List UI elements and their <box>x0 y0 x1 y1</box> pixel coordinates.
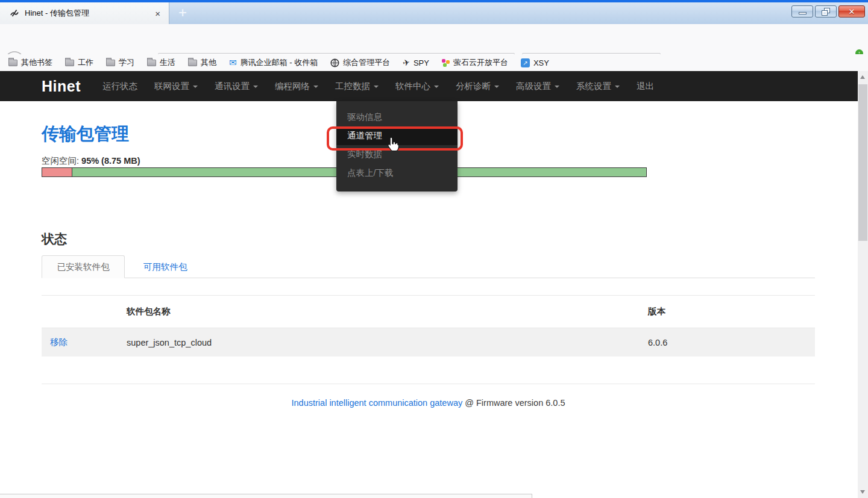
package-version-cell: 6.0.6 <box>648 338 815 347</box>
table-header-row: 软件包名称 版本 <box>42 295 815 328</box>
caret-down-icon <box>615 86 620 88</box>
vertical-scrollbar[interactable] <box>858 71 868 498</box>
plane-icon: ✈ <box>402 57 411 68</box>
bookmark-item[interactable]: ✉腾讯企业邮箱 - 收件箱 <box>229 57 318 68</box>
caret-down-icon <box>494 86 499 88</box>
caret-down-icon <box>193 86 198 88</box>
mail-icon: ✉ <box>229 57 237 68</box>
divider <box>42 384 815 384</box>
nav-item-comm-settings[interactable]: 通讯设置 <box>215 81 258 92</box>
bookmark-item[interactable]: 综合管理平台 <box>330 57 390 68</box>
folder-icon <box>106 60 115 66</box>
new-tab-button[interactable]: + <box>174 4 192 23</box>
package-tabs: 已安装软件包 可用软件包 <box>42 255 815 278</box>
restore-icon <box>822 8 829 15</box>
bookmark-folder[interactable]: 其他书签 <box>8 57 52 68</box>
bookmark-folder[interactable]: 其他 <box>188 57 216 68</box>
tab-title: Hinet - 传输包管理 <box>25 8 153 19</box>
site-logo[interactable]: Hinet <box>42 78 81 95</box>
caret-down-icon <box>374 86 379 88</box>
mouse-pointer-icon <box>386 136 401 154</box>
nav-item-analysis-diagnosis[interactable]: 分析诊断 <box>456 81 499 92</box>
table-row: 移除 super_json_tcp_cloud 6.0.6 <box>42 328 815 356</box>
status-heading: 状态 <box>42 231 67 247</box>
status-popup-sliver <box>0 494 532 498</box>
nav-item-logout[interactable]: 退出 <box>637 81 654 92</box>
close-button[interactable]: ✕ <box>838 5 865 17</box>
favicon <box>10 8 19 18</box>
bookmark-item[interactable]: ✈SPY <box>403 58 429 67</box>
screen: Hinet - 传输包管理 × + ✕ <box>0 0 868 498</box>
menu-item-driver-info[interactable]: 驱动信息 <box>336 108 458 126</box>
remove-link[interactable]: 移除 <box>50 337 68 347</box>
nav-item-software-center[interactable]: 软件中心 <box>395 81 439 92</box>
ezviz-icon <box>442 59 450 67</box>
col-package-name: 软件包名称 <box>127 306 648 317</box>
bookmark-folder[interactable]: 学习 <box>106 57 134 68</box>
browser-toolbar: 192.168.9.99/cgi-bin/luci/;stok=489fe39e… <box>0 24 868 54</box>
bookmark-folder[interactable]: 工作 <box>65 57 93 68</box>
package-table: 软件包名称 版本 移除 super_json_tcp_cloud 6.0.6 <box>42 295 815 356</box>
folder-icon <box>188 60 197 66</box>
page-title: 传输包管理 <box>42 122 129 146</box>
nav-item-industrial-data[interactable]: 工控数据 <box>335 81 379 92</box>
globe-icon <box>330 58 339 67</box>
footer-text: @ Firmware version 6.0.5 <box>465 398 565 408</box>
nav-item-network-settings[interactable]: 联网设置 <box>154 81 198 92</box>
scroll-down-icon[interactable] <box>860 490 865 494</box>
tab-close-icon[interactable]: × <box>153 8 163 19</box>
free-space-text: 空闲空间: 95% (8.75 MB) <box>42 155 140 167</box>
site-nav-items: 运行状态 联网设置 通讯设置 编程网络 工控数据 软件中心 分析诊断 高级设置 … <box>102 71 654 101</box>
folder-icon <box>147 60 156 66</box>
free-space-value: 95% (8.75 MB) <box>81 156 140 166</box>
restore-button[interactable] <box>815 5 837 17</box>
menu-item-point-table[interactable]: 点表上/下载 <box>336 164 458 182</box>
browser-tab-strip: Hinet - 传输包管理 × + ✕ <box>0 2 868 24</box>
scroll-up-icon[interactable] <box>860 75 865 79</box>
caret-down-icon <box>434 86 439 88</box>
scrollbar-thumb[interactable] <box>858 84 867 241</box>
nav-item-advanced-settings[interactable]: 高级设置 <box>516 81 559 92</box>
folder-icon <box>8 60 17 66</box>
xsy-icon: ↗ <box>521 58 530 67</box>
bookmark-item[interactable]: ↗XSY <box>521 58 549 67</box>
bookmark-item[interactable]: 萤石云开放平台 <box>442 57 508 68</box>
nav-item-programming-network[interactable]: 编程网络 <box>275 81 318 92</box>
page-footer: Industrial intelligent communication gat… <box>42 398 815 408</box>
nav-item-system-settings[interactable]: 系统设置 <box>576 81 620 92</box>
minimize-icon <box>799 12 807 14</box>
tab-installed-packages[interactable]: 已安装软件包 <box>42 255 125 278</box>
progress-used-segment <box>42 168 72 176</box>
minimize-button[interactable] <box>791 5 813 17</box>
nav-item-running-status[interactable]: 运行状态 <box>102 81 137 92</box>
browser-tab[interactable]: Hinet - 传输包管理 × <box>0 2 169 24</box>
caret-down-icon <box>253 86 258 88</box>
caret-down-icon <box>555 86 559 88</box>
bookmark-folder[interactable]: 生活 <box>147 57 175 68</box>
close-icon: ✕ <box>849 7 855 16</box>
footer-link[interactable]: Industrial intelligent communication gat… <box>292 398 463 408</box>
tab-available-packages[interactable]: 可用软件包 <box>135 255 196 278</box>
folder-icon <box>65 60 74 66</box>
package-name-cell: super_json_tcp_cloud <box>127 338 648 347</box>
caret-down-icon <box>313 86 318 88</box>
col-version: 版本 <box>648 306 815 317</box>
bookmarks-bar: 其他书签 工作 学习 生活 其他 ✉腾讯企业邮箱 - 收件箱 综合管理平台 ✈S… <box>0 54 868 71</box>
